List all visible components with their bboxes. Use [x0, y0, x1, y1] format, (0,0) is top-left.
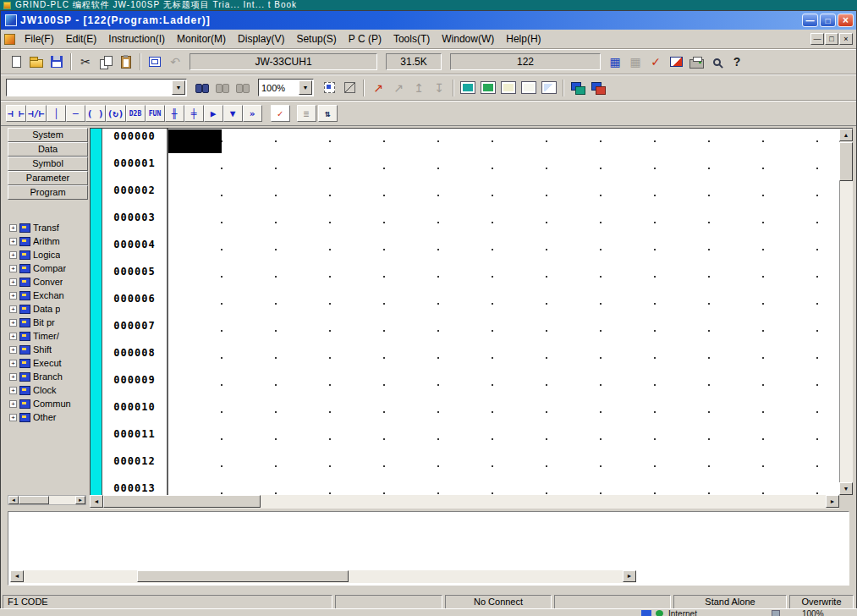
- sidebar-tab-system[interactable]: System: [8, 128, 88, 142]
- timer-coil-button[interactable]: (↻): [106, 105, 126, 122]
- close-button[interactable]: ×: [838, 14, 854, 27]
- fit-view-button[interactable]: [339, 78, 360, 98]
- sidebar-tab-data[interactable]: Data: [8, 142, 88, 157]
- sidebar-tab-program[interactable]: Program: [8, 185, 88, 200]
- tree-item-timer-counter[interactable]: +Timer/: [8, 329, 88, 343]
- output-scroll-right-button[interactable]: ►: [623, 570, 636, 582]
- convert-button[interactable]: »: [243, 105, 262, 122]
- help-button[interactable]: ?: [727, 52, 747, 72]
- split-view-button[interactable]: [539, 78, 559, 98]
- horizontal-scroll-thumb[interactable]: [103, 495, 261, 508]
- tree-item-execute[interactable]: +Execut: [8, 356, 88, 370]
- menu-file[interactable]: File(F): [19, 30, 60, 47]
- cut-button[interactable]: ✂: [75, 52, 96, 72]
- tree-item-compare[interactable]: +Compar: [8, 261, 88, 275]
- open-file-button[interactable]: [26, 52, 47, 72]
- contact-b-button[interactable]: ⊣/⊢: [26, 105, 47, 122]
- mdi-restore-button[interactable]: □: [825, 33, 838, 45]
- d2b-instruction-button[interactable]: D2B: [126, 105, 146, 122]
- zoom-value[interactable]: 100%: [259, 83, 299, 93]
- tree-horizontal-scrollbar[interactable]: ◄ ►: [8, 495, 86, 505]
- output-horizontal-scrollbar[interactable]: ◄ ►: [10, 570, 636, 583]
- maximize-button[interactable]: □: [820, 14, 836, 27]
- menu-help[interactable]: Help(H): [500, 30, 547, 47]
- minimize-button[interactable]: —: [802, 14, 818, 27]
- coil-button[interactable]: ( ): [85, 105, 106, 122]
- find-button[interactable]: [192, 78, 212, 98]
- contact-a-button[interactable]: ⊣ ⊢: [6, 105, 26, 122]
- block-edit-button[interactable]: [145, 52, 165, 72]
- tree-item-logical[interactable]: +Logica: [8, 248, 88, 261]
- mdi-close-button[interactable]: ×: [839, 33, 853, 45]
- expand-icon[interactable]: +: [9, 400, 17, 408]
- expand-icon[interactable]: +: [9, 373, 17, 381]
- copy-button[interactable]: [96, 52, 116, 72]
- zoom-dropdown-button[interactable]: ▼: [299, 80, 312, 95]
- scroll-up-button[interactable]: ▲: [839, 129, 853, 141]
- tree-item-communication[interactable]: +Commun: [8, 397, 88, 410]
- menu-instruction[interactable]: Instruction(I): [102, 30, 171, 47]
- tree-scroll-right-button[interactable]: ►: [75, 496, 85, 504]
- list-view-button[interactable]: [498, 78, 519, 98]
- comment-view-button[interactable]: [519, 78, 539, 98]
- expand-icon[interactable]: +: [9, 305, 17, 313]
- convert-check-button[interactable]: ✓: [271, 105, 290, 122]
- monitor-mode-button[interactable]: [666, 52, 686, 72]
- scroll-left-button[interactable]: ◄: [90, 495, 103, 508]
- tree-item-other[interactable]: +Other: [8, 410, 88, 424]
- horizontal-line-button[interactable]: ─: [66, 105, 85, 122]
- expand-icon[interactable]: +: [9, 414, 17, 421]
- save-button[interactable]: [47, 52, 67, 72]
- program-check-button[interactable]: ✓: [645, 52, 666, 72]
- edit-cursor[interactable]: [168, 129, 222, 153]
- tree-item-exchange[interactable]: +Exchan: [8, 289, 88, 302]
- expand-icon[interactable]: +: [9, 319, 17, 327]
- scroll-right-button[interactable]: ►: [826, 495, 839, 508]
- select-area-button[interactable]: [319, 78, 339, 98]
- cascade-windows-button[interactable]: [568, 78, 588, 98]
- ladder-canvas[interactable]: [168, 129, 839, 495]
- menu-pc[interactable]: P C (P): [343, 30, 387, 47]
- scroll-down-button[interactable]: ▼: [839, 482, 853, 495]
- horizontal-scrollbar[interactable]: ◄ ►: [90, 495, 839, 509]
- expand-icon[interactable]: +: [9, 278, 17, 286]
- menu-setup[interactable]: Setup(S): [290, 30, 342, 47]
- expand-icon[interactable]: +: [9, 333, 17, 340]
- mdi-minimize-button[interactable]: —: [810, 33, 824, 45]
- tree-item-arithmetic[interactable]: +Arithm: [8, 234, 88, 248]
- expand-icon[interactable]: +: [9, 360, 17, 367]
- parallel-contact-button[interactable]: ╫: [165, 105, 184, 122]
- expand-icon[interactable]: +: [9, 346, 17, 354]
- download-to-plc-button[interactable]: ▦: [605, 52, 625, 72]
- monitor-view-button[interactable]: [478, 78, 498, 98]
- output-scroll-left-button[interactable]: ◄: [10, 570, 24, 582]
- new-file-button[interactable]: [6, 52, 26, 72]
- tree-item-bit-process[interactable]: +Bit pr: [8, 316, 88, 329]
- print-preview-button[interactable]: [706, 52, 727, 72]
- sidebar-tab-parameter[interactable]: Parameter: [8, 171, 88, 185]
- tree-item-clock[interactable]: +Clock: [8, 383, 88, 397]
- tree-item-shift[interactable]: +Shift: [8, 343, 88, 356]
- fun-instruction-button[interactable]: FUN: [146, 105, 165, 122]
- expand-icon[interactable]: +: [9, 387, 17, 394]
- sort-button[interactable]: ⇅: [318, 105, 338, 122]
- menu-edit[interactable]: Edit(E): [60, 30, 103, 47]
- tree-item-data-process[interactable]: +Data p: [8, 302, 88, 316]
- paste-button[interactable]: [116, 52, 136, 72]
- menu-display[interactable]: Display(V): [232, 30, 290, 47]
- expand-icon[interactable]: +: [9, 238, 17, 245]
- tree-scroll-thumb[interactable]: [19, 496, 49, 504]
- output-scroll-thumb[interactable]: [137, 570, 349, 582]
- tree-item-transfer[interactable]: +Transf: [8, 221, 88, 234]
- parallel-contact-b-button[interactable]: ╪: [184, 105, 204, 122]
- tile-windows-button[interactable]: [588, 78, 608, 98]
- symbol-search-combo[interactable]: ▼: [6, 79, 187, 96]
- insert-column-button[interactable]: ▶: [204, 105, 223, 122]
- expand-icon[interactable]: +: [9, 251, 17, 259]
- expand-icon[interactable]: +: [9, 292, 17, 300]
- tree-scroll-left-button[interactable]: ◄: [8, 496, 19, 504]
- symbol-search-dropdown-button[interactable]: ▼: [172, 80, 185, 95]
- ladder-view-button[interactable]: [458, 78, 478, 98]
- vertical-scrollbar[interactable]: ▲ ▼: [839, 129, 853, 495]
- expand-icon[interactable]: +: [9, 224, 17, 232]
